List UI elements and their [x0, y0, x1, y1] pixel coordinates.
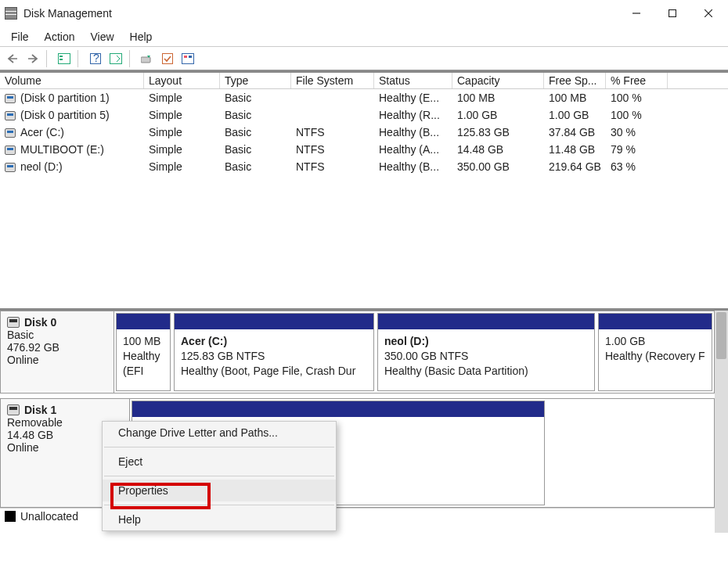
volume-icon: [5, 146, 16, 155]
help-button[interactable]: ?: [86, 50, 105, 67]
legend-unallocated: Unallocated: [20, 510, 78, 523]
volume-name: (Disk 0 partition 5): [20, 109, 110, 121]
partition[interactable]: 1.00 GBHealthy (Recovery F: [598, 313, 712, 391]
svg-rect-10: [184, 56, 187, 58]
window-title: Disk Management: [23, 7, 618, 20]
rescan-button[interactable]: [158, 50, 177, 67]
volume-list: Volume Layout Type File System Status Ca…: [0, 70, 728, 308]
menu-action[interactable]: Action: [37, 29, 83, 45]
col-percentfree[interactable]: % Free: [606, 73, 668, 88]
volume-name: (Disk 0 partition 1): [20, 92, 110, 104]
svg-rect-11: [189, 56, 192, 58]
col-spacer: [668, 73, 728, 88]
context-separator: [104, 505, 334, 505]
context-separator: [104, 447, 334, 447]
toolbar: ?: [0, 47, 728, 70]
disk-icon: [7, 404, 20, 415]
title-bar: Disk Management: [0, 0, 728, 27]
show-hide-tree-button[interactable]: [55, 50, 74, 67]
partition[interactable]: neol (D:)350.00 GB NTFSHealthy (Basic Da…: [377, 313, 595, 391]
svg-rect-7: [141, 57, 150, 63]
svg-rect-3: [59, 59, 63, 60]
context-properties[interactable]: Properties: [103, 480, 336, 501]
menu-file[interactable]: File: [3, 29, 37, 45]
partition-header: [117, 314, 170, 329]
forward-button[interactable]: [23, 50, 42, 67]
action-list-button[interactable]: [106, 50, 125, 67]
partition-header: [378, 314, 594, 329]
scrollbar-thumb[interactable]: [716, 312, 726, 359]
col-freespace[interactable]: Free Sp...: [544, 73, 606, 88]
disk-size: 476.92 GB: [7, 341, 107, 354]
toolbar-separator: [129, 50, 134, 67]
volume-row[interactable]: Acer (C:) Simple Basic NTFS Healthy (B..…: [0, 124, 728, 141]
svg-text:?: ?: [93, 53, 99, 64]
legend-swatch-unallocated: [5, 511, 16, 522]
svg-rect-9: [182, 53, 194, 63]
partition[interactable]: 100 MBHealthy (EFI: [116, 313, 171, 391]
volume-icon: [5, 163, 16, 172]
app-icon: [5, 7, 17, 20]
volume-icon: [5, 94, 16, 103]
volume-row[interactable]: (Disk 0 partition 1) Simple Basic Health…: [0, 89, 728, 106]
context-eject[interactable]: Eject: [103, 451, 336, 473]
volume-icon: [5, 128, 16, 138]
col-filesystem[interactable]: File System: [291, 73, 374, 88]
volume-row[interactable]: MULTIBOOT (E:) Simple Basic NTFS Healthy…: [0, 141, 728, 158]
volume-name: MULTIBOOT (E:): [20, 143, 104, 156]
close-button[interactable]: [690, 2, 726, 25]
col-volume[interactable]: Volume: [0, 73, 144, 88]
context-change-drive-letter[interactable]: Change Drive Letter and Paths...: [103, 422, 336, 444]
svg-rect-0: [669, 10, 676, 17]
volume-name: Acer (C:): [20, 126, 64, 138]
partition[interactable]: Acer (C:)125.83 GB NTFSHealthy (Boot, Pa…: [174, 313, 374, 391]
toolbar-separator: [77, 50, 82, 67]
volume-name: neol (D:): [20, 160, 63, 173]
disk-status: Online: [7, 354, 107, 366]
disk-row[interactable]: Disk 0 Basic 476.92 GB Online 100 MBHeal…: [0, 311, 715, 394]
volume-row[interactable]: neol (D:) Simple Basic NTFS Healthy (B..…: [0, 158, 728, 175]
toolbar-separator: [46, 50, 51, 67]
menu-bar: File Action View Help: [0, 27, 728, 47]
context-help[interactable]: Help: [103, 509, 336, 530]
col-capacity[interactable]: Capacity: [452, 73, 544, 88]
volume-row[interactable]: (Disk 0 partition 5) Simple Basic Health…: [0, 106, 728, 124]
partition-header: [175, 314, 373, 329]
disk-icon: [7, 317, 20, 328]
context-separator: [104, 476, 334, 476]
vertical-scrollbar[interactable]: [715, 311, 728, 533]
volume-list-body[interactable]: (Disk 0 partition 1) Simple Basic Health…: [0, 89, 728, 308]
menu-view[interactable]: View: [82, 29, 121, 45]
volume-list-header[interactable]: Volume Layout Type File System Status Ca…: [0, 73, 728, 89]
svg-rect-8: [163, 53, 173, 63]
disk-name: Disk 0: [24, 316, 56, 329]
maximize-button[interactable]: [654, 2, 690, 25]
col-type[interactable]: Type: [220, 73, 291, 88]
partition-header: [132, 401, 544, 417]
minimize-button[interactable]: [618, 2, 654, 25]
disk-partitions: 100 MBHealthy (EFI Acer (C:)125.83 GB NT…: [114, 311, 714, 393]
volume-icon: [5, 111, 16, 120]
col-layout[interactable]: Layout: [144, 73, 220, 88]
menu-help[interactable]: Help: [122, 29, 160, 45]
back-button[interactable]: [3, 50, 22, 67]
partition-header: [599, 314, 712, 329]
settings-button[interactable]: [178, 50, 197, 67]
col-status[interactable]: Status: [374, 73, 452, 88]
refresh-button[interactable]: [138, 50, 157, 67]
context-menu: Change Drive Letter and Paths... Eject P…: [102, 421, 337, 531]
disk-info[interactable]: Disk 0 Basic 476.92 GB Online: [1, 311, 114, 393]
disk-name: Disk 1: [24, 404, 56, 416]
disk-type: Basic: [7, 329, 107, 341]
svg-rect-2: [59, 56, 63, 57]
